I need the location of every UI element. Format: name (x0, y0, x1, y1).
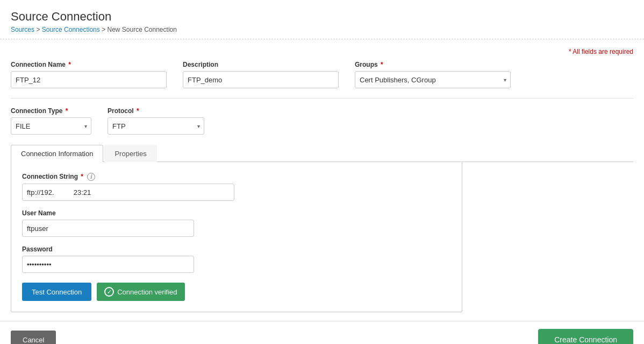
tab-properties[interactable]: Properties (104, 145, 156, 162)
username-input[interactable] (22, 220, 194, 237)
password-label: Password (22, 245, 451, 253)
test-connection-button[interactable]: Test Connection (22, 283, 91, 301)
password-input[interactable] (22, 256, 194, 273)
required-note: * All fields are required (11, 48, 633, 55)
breadcrumb-current: New Source Connection (107, 26, 176, 33)
form-group-connection-string: Connection String * i (22, 173, 451, 201)
protocol-select[interactable]: FTP (108, 117, 204, 135)
connection-name-label: Connection Name * (11, 61, 167, 68)
breadcrumb-sources[interactable]: Sources (11, 26, 34, 33)
form-group-password: Password (22, 245, 451, 273)
form-group-connection-type: Connection Type * FILE ▾ (11, 107, 91, 135)
footer-bar: Cancel Create Connection (0, 321, 644, 344)
breadcrumb-source-connections[interactable]: Source Connections (42, 26, 100, 33)
connection-type-select[interactable]: FILE (11, 117, 91, 135)
connection-string-label: Connection String * i (22, 173, 451, 181)
tab-content-connection-information: Connection String * i User Name Password (11, 162, 462, 312)
groups-select-wrapper: Cert Publishers, CGroup ▾ (355, 71, 511, 88)
form-group-username: User Name (22, 209, 451, 237)
connection-type-label: Connection Type * (11, 107, 91, 115)
divider-1 (11, 98, 633, 99)
form-group-description: Description (183, 61, 339, 88)
username-label: User Name (22, 209, 451, 217)
groups-select[interactable]: Cert Publishers, CGroup (355, 71, 511, 88)
protocol-label: Protocol * (108, 107, 204, 115)
form-group-protocol: Protocol * FTP ▾ (108, 107, 204, 135)
create-connection-button[interactable]: Create Connection (538, 329, 633, 344)
tab-connection-information[interactable]: Connection Information (11, 145, 103, 162)
tabs-header: Connection Information Properties (11, 144, 633, 162)
content-section: * All fields are required Connection Nam… (0, 39, 644, 321)
breadcrumb: Sources > Source Connections > New Sourc… (11, 26, 633, 33)
header-section: Source Connection Sources > Source Conne… (0, 0, 644, 39)
protocol-select-wrapper: FTP ▾ (108, 117, 204, 135)
tabs-section: Connection Information Properties Connec… (11, 144, 633, 312)
form-group-groups: Groups * Cert Publishers, CGroup ▾ (355, 61, 511, 88)
connection-verified-badge: ✓ Connection verified (97, 283, 184, 301)
cancel-button[interactable]: Cancel (11, 331, 56, 344)
description-input[interactable] (183, 71, 339, 88)
connection-name-input[interactable] (11, 71, 167, 88)
button-row: Test Connection ✓ Connection verified (22, 283, 451, 301)
connection-type-select-wrapper: FILE ▾ (11, 117, 91, 135)
page-wrapper: Source Connection Sources > Source Conne… (0, 0, 644, 344)
connection-string-input[interactable] (22, 184, 234, 201)
form-group-connection-name: Connection Name * (11, 61, 167, 88)
page-title: Source Connection (11, 10, 633, 24)
info-icon[interactable]: i (87, 173, 95, 181)
groups-label: Groups * (355, 61, 511, 68)
form-row-1: Connection Name * Description Groups * C… (11, 61, 633, 88)
check-circle-icon: ✓ (104, 287, 114, 297)
form-row-2: Connection Type * FILE ▾ Protocol * FTP (11, 107, 633, 135)
connection-verified-text: Connection verified (117, 288, 177, 296)
description-label: Description (183, 61, 339, 68)
